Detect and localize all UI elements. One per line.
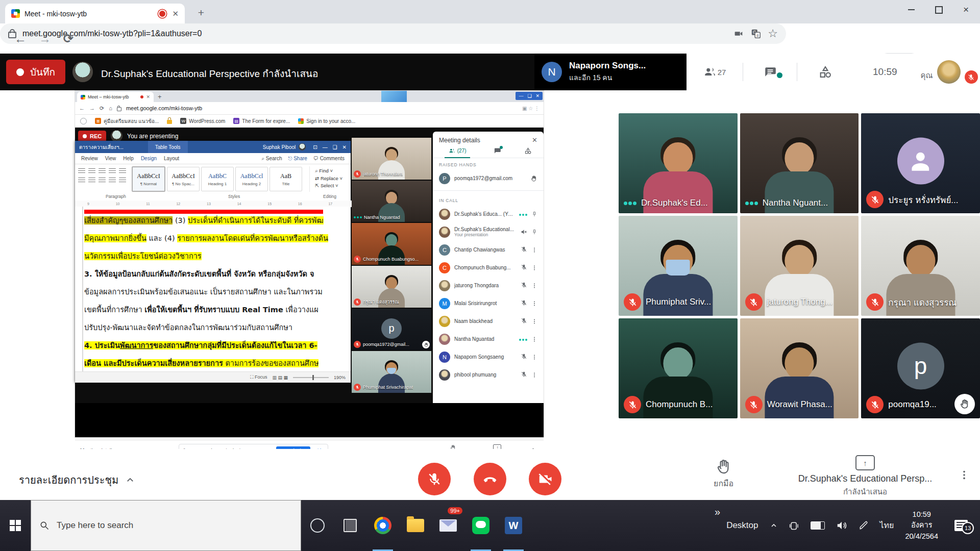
more-icon[interactable] xyxy=(531,354,537,360)
style-card[interactable]: AaBbCcI¶ No Spac... xyxy=(167,167,200,191)
taskbar-search[interactable]: Type here to search xyxy=(31,500,301,551)
camera-allowed-icon[interactable] xyxy=(733,28,744,39)
recording-button[interactable]: บันทึก xyxy=(6,60,65,84)
mic-off-button[interactable] xyxy=(418,463,451,495)
zoom-level[interactable]: 190% xyxy=(334,375,346,380)
focus-button[interactable]: ⛶ Focus xyxy=(250,374,267,380)
style-card[interactable]: AaBbCHeading 1 xyxy=(201,167,234,191)
self-view[interactable]: คุณ xyxy=(921,60,978,84)
bookmark-item[interactable]: ▤The Form for expre... xyxy=(233,118,290,124)
activities-button[interactable] xyxy=(797,65,853,79)
participant-tile[interactable]: Nantha Nguant... xyxy=(740,113,859,213)
tab-close-icon[interactable]: ✕ xyxy=(172,9,179,18)
participant-row[interactable]: Ppoomqa1972@gmail.com xyxy=(433,169,544,187)
notification-center[interactable]: 13 xyxy=(949,520,973,531)
cortana-button[interactable] xyxy=(301,500,334,551)
bookmark-item[interactable]: ≣คู่มือเตรียมสอบ แนวข้อ... xyxy=(95,117,159,125)
browser-tab[interactable]: Meet - mki-tosw-ytb ✕ xyxy=(5,4,185,23)
word-search[interactable]: ⌕ Search xyxy=(261,156,282,162)
camera-off-button[interactable] xyxy=(529,463,561,495)
pin-icon[interactable] xyxy=(531,211,537,217)
more-icon[interactable] xyxy=(531,336,537,342)
participant-tile[interactable]: ประยูร หรั่งทรัพย์... xyxy=(861,113,980,213)
tray-chevron-icon[interactable] xyxy=(770,521,778,530)
more-icon[interactable] xyxy=(531,265,537,271)
taskbar-word[interactable]: W xyxy=(497,500,530,551)
word-document[interactable]: เสี่ยงสำคัญๆของสถานศึกษา (3) ประเด็นที่ด… xyxy=(75,207,351,371)
ribbon-tab[interactable]: View xyxy=(105,156,116,161)
presenting-status[interactable]: ↑ Dr.Suphak's Educational Persp... กำลัง… xyxy=(781,455,949,498)
word-table-tools-tab[interactable]: Table Tools xyxy=(148,141,188,153)
panel-tab-people[interactable]: (27) xyxy=(445,147,471,158)
participant-row[interactable]: NNapaporn Songsaeng xyxy=(433,348,544,366)
pin-icon[interactable] xyxy=(531,229,537,235)
participant-row[interactable]: Dr.Suphak's Educa... (You) xyxy=(433,205,544,223)
participant-row[interactable]: Nantha Nguantad xyxy=(433,330,544,348)
participants-button[interactable]: 27 xyxy=(687,65,743,79)
address-bar[interactable]: meet.google.com/mki-tosw-ytb?pli=1&authu… xyxy=(0,23,786,44)
participant-tile[interactable]: jaturong Thong... xyxy=(740,216,859,316)
participant-row[interactable]: jaturong Thongdara xyxy=(433,277,544,294)
participant-row[interactable]: Dr.Suphak's Educational...Your presentat… xyxy=(433,223,544,241)
pen-icon[interactable] xyxy=(859,520,869,531)
bookmark-item[interactable]: WWordPress.com xyxy=(180,118,225,124)
participant-row[interactable]: CChantip Chawiangwas xyxy=(433,241,544,259)
panel-tab-chat[interactable] xyxy=(494,147,501,155)
desktop-label[interactable]: Desktop xyxy=(726,520,758,531)
lock-bookmark-icon[interactable] xyxy=(167,120,172,124)
editing-item[interactable]: ⇄ Replace ˅ xyxy=(315,176,342,181)
taskbar-mail[interactable]: 99+ xyxy=(432,500,464,551)
translate-icon[interactable]: Gอ xyxy=(750,28,762,39)
ribbon-tab[interactable]: Help xyxy=(123,156,134,161)
volume-icon[interactable] xyxy=(836,520,847,531)
style-card[interactable]: AaBbCcI¶ Normal xyxy=(132,166,165,192)
window-close-icon[interactable]: × xyxy=(963,7,969,13)
reload-icon[interactable]: ⟳ xyxy=(63,32,74,46)
bookmark-item[interactable]: Sign in to your acco... xyxy=(298,118,355,124)
taskbar-line-app[interactable] xyxy=(464,500,497,551)
chat-button[interactable] xyxy=(743,65,797,79)
style-card[interactable]: AaBTitle xyxy=(270,167,302,191)
word-comments-button[interactable]: 🗩 Comments xyxy=(313,156,345,161)
ribbon-tab[interactable]: Layout xyxy=(164,156,179,161)
taskbar-file-explorer[interactable] xyxy=(399,500,432,551)
bookmark-star-icon[interactable]: ☆ xyxy=(768,27,778,40)
meeting-details-toggle[interactable]: รายละเอียดการประชุม xyxy=(19,472,135,488)
participant-row[interactable]: CChompunuch Buabung... xyxy=(433,259,544,277)
window-maximize-icon[interactable] xyxy=(935,6,943,14)
new-tab-button[interactable]: + xyxy=(195,7,207,19)
tray-overflow[interactable]: » xyxy=(715,506,720,518)
taskbar-chrome[interactable] xyxy=(366,500,399,551)
view-icons[interactable]: ▥ ▤ ▦ xyxy=(272,375,288,380)
style-card[interactable]: AaBbCclHeading 2 xyxy=(235,167,268,191)
panel-close-icon[interactable]: ✕ xyxy=(532,136,537,144)
battery-icon[interactable] xyxy=(811,521,825,530)
participant-tile[interactable]: Dr.Suphak's Ed... xyxy=(619,113,738,213)
participant-tile[interactable]: Chompunuch B... xyxy=(619,318,738,418)
task-view-button[interactable] xyxy=(334,500,366,551)
more-icon[interactable] xyxy=(531,372,537,378)
participant-tile[interactable]: ppoomqa19... xyxy=(861,318,980,418)
participant-tile[interactable]: Phumiphat Sriv... xyxy=(619,216,738,316)
bottom-more-icon[interactable] xyxy=(959,469,970,481)
forward-icon[interactable]: → xyxy=(39,32,51,46)
participant-tile[interactable]: กรุณา แดงสุวรรณ xyxy=(861,216,980,316)
more-icon[interactable] xyxy=(531,318,537,324)
participant-row[interactable]: MMalai Srisirirungrot xyxy=(433,294,544,312)
language-indicator[interactable]: ไทย xyxy=(880,519,894,532)
paragraph-icons[interactable] xyxy=(78,166,128,192)
more-icon[interactable] xyxy=(531,283,537,289)
more-icon[interactable] xyxy=(531,247,537,253)
zoom-slider[interactable] xyxy=(293,377,329,378)
raise-hand-button[interactable]: ยกมือ xyxy=(714,458,733,490)
participant-row[interactable]: phibool phumuang xyxy=(433,366,544,384)
hang-up-button[interactable] xyxy=(474,463,506,495)
participant-row[interactable]: Naam blackhead xyxy=(433,312,544,330)
more-icon[interactable] xyxy=(531,300,537,307)
tray-clock[interactable]: 10:59 อังคาร 20/4/2564 xyxy=(905,509,938,541)
screen-record-icon[interactable] xyxy=(789,520,799,531)
start-button[interactable] xyxy=(0,500,31,551)
window-minimize-icon[interactable] xyxy=(908,9,915,10)
word-share-button[interactable]: ⎋ Share xyxy=(288,156,307,162)
ribbon-tab[interactable]: Review xyxy=(81,156,98,161)
